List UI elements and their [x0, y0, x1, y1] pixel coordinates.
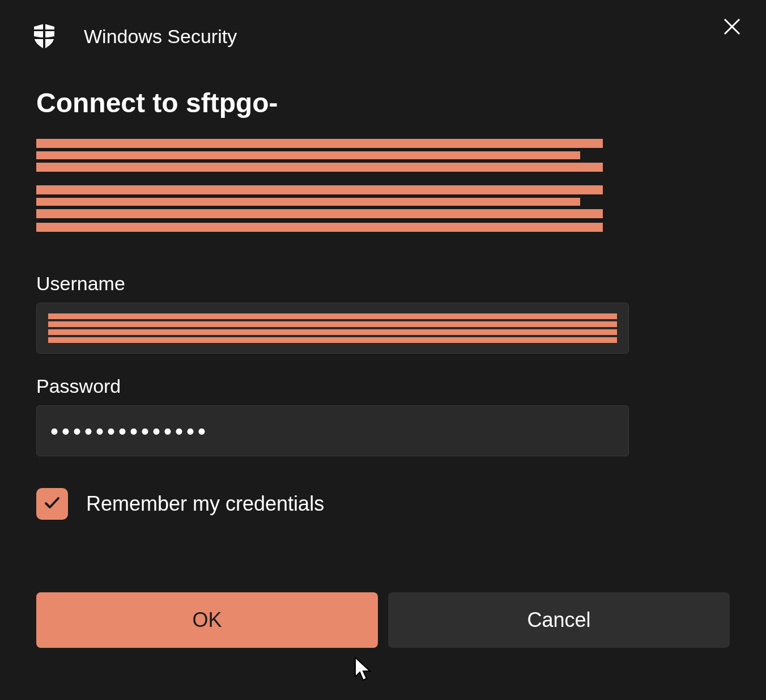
- username-label: Username: [36, 273, 730, 295]
- dialog-buttons: OK Cancel: [36, 592, 730, 648]
- ok-button[interactable]: OK: [36, 592, 378, 648]
- credential-dialog: Windows Security Connect to sftpgo- User…: [0, 0, 766, 700]
- password-input[interactable]: ••••••••••••••: [36, 405, 629, 456]
- remember-credentials-row: Remember my credentials: [36, 488, 730, 520]
- password-value: ••••••••••••••: [48, 419, 209, 444]
- password-field-group: Password ••••••••••••••: [36, 375, 730, 456]
- dialog-header: Windows Security: [0, 0, 766, 49]
- redacted-server-info: [36, 139, 603, 232]
- cursor-icon: [354, 656, 375, 684]
- svg-rect-2: [33, 37, 56, 39]
- checkmark-icon: [43, 494, 61, 514]
- close-button[interactable]: [721, 16, 743, 39]
- cancel-button[interactable]: Cancel: [388, 592, 730, 648]
- svg-rect-1: [33, 29, 56, 31]
- header-title: Windows Security: [84, 26, 237, 48]
- svg-rect-0: [43, 24, 45, 49]
- remember-label: Remember my credentials: [86, 492, 324, 516]
- password-label: Password: [36, 375, 730, 397]
- close-icon: [724, 18, 741, 37]
- dialog-title: Connect to sftpgo-: [36, 87, 730, 118]
- shield-icon: [33, 24, 56, 49]
- dialog-content: Connect to sftpgo- Username Password ••: [0, 49, 766, 648]
- username-field-group: Username: [36, 273, 730, 354]
- username-input[interactable]: [36, 303, 629, 354]
- remember-checkbox[interactable]: [36, 488, 68, 520]
